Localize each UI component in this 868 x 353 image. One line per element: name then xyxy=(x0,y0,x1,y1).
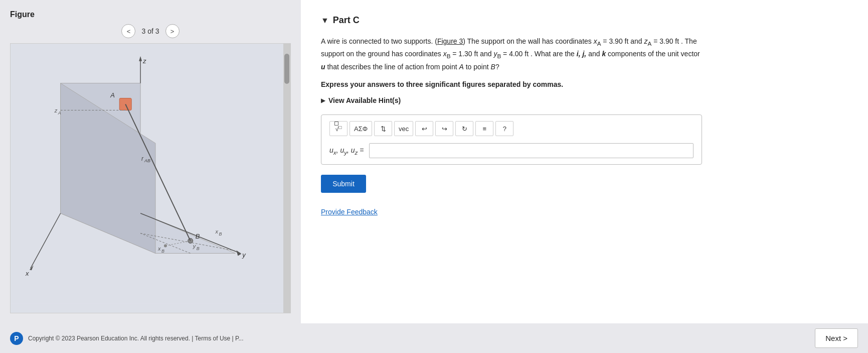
instructions-text: Express your answers to three significan… xyxy=(321,80,848,88)
nav-next-button[interactable]: > xyxy=(165,24,180,38)
svg-text:B: B xyxy=(197,246,200,251)
submit-button[interactable]: Submit xyxy=(321,175,366,193)
undo-button[interactable]: ↩ xyxy=(415,121,433,136)
help-button[interactable]: ? xyxy=(495,121,513,136)
copyright-text: Copyright © 2023 Pearson Education Inc. … xyxy=(28,335,244,342)
arrows-button[interactable]: ⇅ xyxy=(374,121,392,136)
refresh-button[interactable]: ↻ xyxy=(455,121,473,136)
figure-container: z y x A B r AB xyxy=(10,43,291,313)
answer-box: √□ ΑΣΦ ⇅ vec ↩ ↪ ↻ ≡ ? ux, uy, uz = xyxy=(321,114,702,165)
svg-rect-13 xyxy=(119,98,131,110)
nav-prev-button[interactable]: < xyxy=(121,24,135,38)
math-toolbar: √□ ΑΣΦ ⇅ vec ↩ ↪ ↻ ≡ ? xyxy=(329,121,693,136)
hint-row[interactable]: ▶ View Available Hint(s) xyxy=(321,96,848,104)
svg-text:z: z xyxy=(142,57,146,65)
provide-feedback-link[interactable]: Provide Feedback xyxy=(321,208,848,216)
svg-text:x: x xyxy=(157,246,161,252)
answer-input[interactable] xyxy=(369,143,693,158)
answer-label: ux, uy, uz = xyxy=(329,146,364,156)
sqrt-button[interactable]: ΑΣΦ xyxy=(350,121,372,136)
svg-text:B: B xyxy=(161,249,164,254)
problem-text: A wire is connected to two supports. (Fi… xyxy=(321,36,702,72)
redo-button[interactable]: ↪ xyxy=(435,121,453,136)
svg-text:B: B xyxy=(219,231,222,237)
hint-arrow-icon: ▶ xyxy=(321,97,325,104)
svg-text:A: A xyxy=(110,91,115,99)
figure-counter: 3 of 3 xyxy=(141,27,159,35)
hint-label: View Available Hint(s) xyxy=(328,96,401,104)
part-title: Part C xyxy=(333,15,360,26)
svg-text:AB: AB xyxy=(144,158,150,163)
vec-button[interactable]: vec xyxy=(394,121,413,136)
svg-text:A: A xyxy=(58,110,61,115)
matrix-button[interactable]: √□ xyxy=(329,121,348,136)
svg-text:x: x xyxy=(215,228,219,234)
figure-label: Figure xyxy=(10,10,291,19)
figure-nav: < 3 of 3 > xyxy=(10,24,291,38)
answer-row: ux, uy, uz = xyxy=(329,143,693,158)
figure3-link[interactable]: Figure 3 xyxy=(437,37,463,45)
pearson-logo: P xyxy=(10,332,23,345)
part-collapse-arrow[interactable]: ▼ xyxy=(321,16,329,25)
next-button[interactable]: Next > xyxy=(815,328,858,348)
svg-text:z: z xyxy=(54,107,58,113)
part-header: ▼ Part C xyxy=(321,15,848,26)
menu-button[interactable]: ≡ xyxy=(475,121,493,136)
svg-text:x: x xyxy=(25,270,29,277)
svg-text:B: B xyxy=(196,232,200,240)
footer-left: P Copyright © 2023 Pearson Education Inc… xyxy=(10,332,244,345)
figure-scrollbar[interactable] xyxy=(283,44,290,313)
footer: P Copyright © 2023 Pearson Education Inc… xyxy=(0,323,868,353)
